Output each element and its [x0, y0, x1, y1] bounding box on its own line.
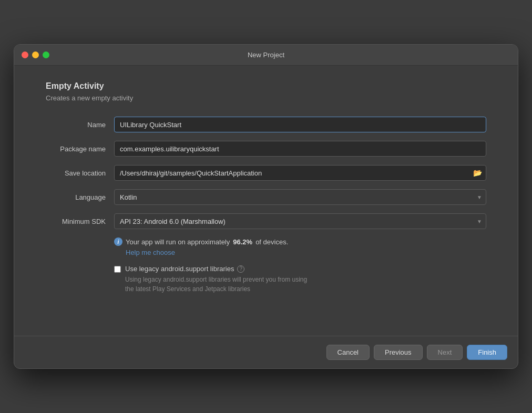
- maximize-button[interactable]: [43, 51, 49, 58]
- language-select-wrapper: Kotlin Java ▼: [114, 189, 486, 205]
- language-select[interactable]: Kotlin Java: [114, 189, 486, 205]
- info-message-prefix: Your app will run on approximately: [126, 238, 230, 246]
- activity-subtitle: Creates a new empty activity: [46, 94, 486, 102]
- minimum-sdk-label: Minimum SDK: [46, 218, 114, 225]
- legacy-checkbox[interactable]: [114, 266, 121, 273]
- legacy-label-area: Use legacy android.support libraries ? U…: [125, 265, 307, 294]
- help-link[interactable]: Help me choose: [126, 249, 486, 256]
- language-label: Language: [46, 193, 114, 201]
- info-percentage: 96.2%: [233, 238, 252, 246]
- legacy-description: Using legacy android.support libraries w…: [125, 275, 307, 294]
- traffic-lights: [22, 51, 49, 58]
- minimum-sdk-select-wrapper: API 23: Android 6.0 (Marshmallow) API 16…: [114, 213, 486, 229]
- info-message-suffix: of devices.: [255, 238, 288, 246]
- name-row: Name: [46, 117, 486, 132]
- legacy-checkbox-label: Use legacy android.support libraries: [125, 265, 234, 273]
- name-label: Name: [46, 121, 114, 129]
- minimize-button[interactable]: [32, 51, 39, 58]
- activity-title: Empty Activity: [46, 81, 486, 91]
- package-row: Package name: [46, 141, 486, 157]
- info-line: i Your app will run on approximately 96.…: [114, 238, 486, 246]
- save-location-label: Save location: [46, 169, 114, 177]
- cancel-button[interactable]: Cancel: [326, 345, 370, 360]
- window-title: New Project: [248, 51, 284, 59]
- save-location-wrapper: 📂: [114, 165, 486, 181]
- question-icon[interactable]: ?: [237, 265, 244, 273]
- info-section: i Your app will run on approximately 96.…: [114, 238, 486, 256]
- titlebar: New Project: [14, 45, 518, 66]
- save-location-input[interactable]: [114, 165, 486, 181]
- legacy-checkbox-row: Use legacy android.support libraries ? U…: [114, 265, 486, 294]
- package-input[interactable]: [114, 141, 486, 157]
- info-icon: i: [114, 238, 122, 246]
- name-input[interactable]: [114, 117, 486, 132]
- minimum-sdk-select[interactable]: API 23: Android 6.0 (Marshmallow) API 16…: [114, 213, 486, 229]
- content-area: Empty Activity Creates a new empty activ…: [14, 66, 518, 304]
- close-button[interactable]: [22, 51, 28, 58]
- footer: Cancel Previous Next Finish: [14, 336, 518, 368]
- new-project-window: New Project Empty Activity Creates a new…: [14, 44, 518, 369]
- package-label: Package name: [46, 145, 114, 153]
- finish-button[interactable]: Finish: [467, 345, 507, 360]
- next-button[interactable]: Next: [427, 345, 463, 360]
- minimum-sdk-row: Minimum SDK API 23: Android 6.0 (Marshma…: [46, 213, 486, 229]
- language-row: Language Kotlin Java ▼: [46, 189, 486, 205]
- save-location-row: Save location 📂: [46, 165, 486, 181]
- previous-button[interactable]: Previous: [374, 345, 423, 360]
- legacy-label-main: Use legacy android.support libraries ?: [125, 265, 307, 273]
